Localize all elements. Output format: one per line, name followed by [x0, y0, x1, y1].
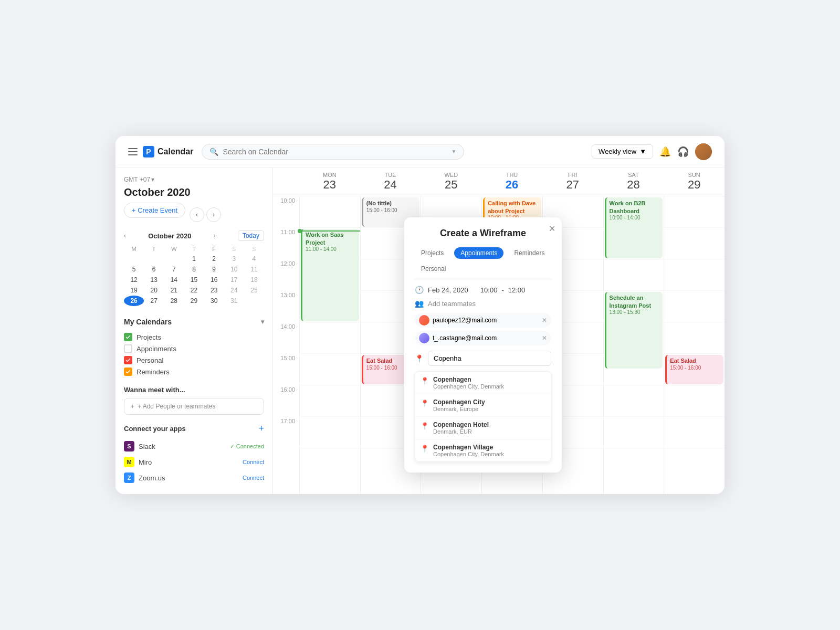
next-arrow[interactable]: ›: [206, 207, 221, 222]
mini-cal-day[interactable]: 29: [184, 296, 204, 306]
mini-cal-day[interactable]: 28: [164, 296, 184, 306]
teammate-email: paulopez12@mail.com: [433, 317, 497, 324]
day-name: WED: [421, 172, 481, 178]
mini-cal-day[interactable]: 30: [204, 296, 224, 306]
event-mon[interactable]: Work on Saas Project 11:00 - 14:00: [301, 229, 359, 321]
mini-cal-day[interactable]: 21: [164, 285, 184, 296]
day-name: THU: [481, 172, 542, 178]
today-button[interactable]: Today: [238, 230, 264, 241]
modal-close-button[interactable]: ✕: [549, 224, 555, 234]
modal-tab-projects[interactable]: Projects: [415, 247, 450, 259]
event-title: Calling with Dave about Project: [488, 200, 538, 215]
calendar-item-personal[interactable]: Personal: [124, 354, 264, 366]
hour-line: [300, 196, 360, 228]
location-details: Copenhagen Copenhagen City, Denmark: [433, 376, 504, 390]
mini-cal-header: ‹ October 2020 › Today: [124, 230, 264, 241]
mini-cal-day[interactable]: 31: [224, 296, 244, 306]
prev-arrow[interactable]: ‹: [190, 207, 204, 222]
mini-cal-day[interactable]: 7: [164, 264, 184, 275]
timezone-dropdown-icon[interactable]: ▾: [151, 176, 154, 183]
search-input[interactable]: [223, 148, 447, 156]
mini-cal-day[interactable]: 13: [144, 275, 164, 285]
modal-title: Create a Wireframe: [415, 228, 551, 239]
location-sub: Denmark, EUR: [433, 428, 489, 435]
location-sub: Copenhagen City, Denmark: [433, 383, 504, 390]
mini-cal-day[interactable]: 8: [184, 264, 204, 275]
mini-cal-day[interactable]: 22: [184, 285, 204, 296]
calendar-checkbox-personal[interactable]: [124, 356, 132, 364]
day-name: SUN: [664, 172, 724, 178]
calendar-item-projects[interactable]: Projects: [124, 331, 264, 343]
app-status-miro[interactable]: Connect: [243, 459, 264, 465]
event-time: 11:00 - 14:00: [306, 246, 356, 252]
modal-tab-reminders[interactable]: Reminders: [508, 247, 551, 259]
mini-cal-day[interactable]: 4: [244, 254, 264, 264]
hamburger-icon[interactable]: [128, 148, 138, 155]
teammate-remove-button[interactable]: ✕: [542, 334, 547, 342]
search-dropdown-icon[interactable]: ▼: [452, 149, 457, 154]
mini-cal-day[interactable]: 26: [124, 296, 144, 306]
mini-cal-day[interactable]: 18: [244, 275, 264, 285]
modal-time-end[interactable]: 12:00: [508, 286, 526, 294]
mini-cal-next[interactable]: ›: [214, 232, 216, 239]
modal-time-start[interactable]: 10:00: [480, 286, 498, 294]
add-teammates-label[interactable]: Add teammates: [428, 300, 476, 308]
teammate-remove-button[interactable]: ✕: [542, 317, 547, 324]
calendar-checkbox-appointments[interactable]: [124, 344, 132, 353]
mini-cal-day[interactable]: 10: [224, 264, 244, 275]
mini-cal-day[interactable]: 25: [244, 285, 264, 296]
event-sat[interactable]: Work on B2B Dashboard 10:00 - 14:00: [605, 197, 663, 258]
calendar-checkbox-projects[interactable]: [124, 333, 132, 341]
teammate-item: t_.castagne@mail.com ✕: [415, 331, 551, 345]
mini-cal-day[interactable]: 17: [224, 275, 244, 285]
create-event-button[interactable]: + Create Event: [124, 203, 185, 218]
hour-line: [664, 291, 724, 322]
mini-cal-day[interactable]: 20: [144, 285, 164, 296]
mini-cal-day[interactable]: 3: [224, 254, 244, 264]
calendar-item-appointments[interactable]: Appoinments: [124, 343, 264, 354]
mini-cal-day[interactable]: 9: [204, 264, 224, 275]
current-time-line: [300, 230, 360, 232]
location-suggestion[interactable]: 📍 Copenhagen Hotel Denmark, EUR: [415, 417, 551, 439]
mini-cal-day[interactable]: 5: [124, 264, 144, 275]
mini-cal-day[interactable]: 27: [144, 296, 164, 306]
app-status-zoom[interactable]: Connect: [243, 475, 264, 481]
bell-icon[interactable]: 🔔: [659, 146, 671, 158]
avatar[interactable]: [695, 143, 712, 160]
mini-cal-day[interactable]: 6: [144, 264, 164, 275]
mini-cal-day[interactable]: 15: [184, 275, 204, 285]
headphone-icon[interactable]: 🎧: [677, 146, 689, 158]
calendar-item-reminders[interactable]: Reminders: [124, 366, 264, 377]
mini-cal-day[interactable]: 11: [244, 264, 264, 275]
view-selector[interactable]: Weekly view ▼: [592, 144, 653, 159]
day-col-mon: Work on Saas Project 11:00 - 14:00: [299, 196, 360, 494]
teammate-avatar: [419, 333, 429, 343]
day-name: TUE: [360, 172, 421, 178]
connect-apps-add-icon[interactable]: +: [258, 423, 264, 434]
location-suggestion[interactable]: 📍 Copenhagen Copenhagen City, Denmark: [415, 372, 551, 394]
dow-sat: S: [224, 244, 244, 254]
location-input[interactable]: [428, 351, 551, 366]
search-bar[interactable]: 🔍 ▼: [202, 144, 464, 160]
app-container: P Calendar 🔍 ▼ Weekly view ▼ 🔔 🎧 GMT +: [116, 136, 724, 494]
location-suggestion[interactable]: 📍 Copenhagen Village Copenhagen City, De…: [415, 439, 551, 461]
mini-cal-day[interactable]: 12: [124, 275, 144, 285]
mini-cal-day[interactable]: 16: [204, 275, 224, 285]
modal-tab-appoinments[interactable]: Appoinments: [454, 247, 503, 259]
mini-cal-day[interactable]: 24: [224, 285, 244, 296]
event-sun[interactable]: Eat Salad 15:00 - 16:00: [665, 355, 723, 384]
mini-cal-day[interactable]: 2: [204, 254, 224, 264]
calendar-checkbox-reminders[interactable]: [124, 368, 132, 376]
mini-cal-prev[interactable]: ‹: [124, 232, 126, 239]
event-sat[interactable]: Schedule an Instagram Post 13:00 - 15:30: [605, 292, 663, 369]
mini-cal-day[interactable]: 14: [164, 275, 184, 285]
add-people-button[interactable]: + + Add People or teammates: [124, 398, 264, 415]
mini-cal-day[interactable]: 23: [204, 285, 224, 296]
my-calendars-expand-icon[interactable]: ▾: [261, 318, 264, 326]
mini-cal-day[interactable]: 1: [184, 254, 204, 264]
event-time: 15:00 - 16:00: [366, 207, 417, 213]
location-suggestion[interactable]: 📍 Copenhagen City Denmark, Europe: [415, 394, 551, 417]
modal-tab-personal[interactable]: Personal: [415, 263, 452, 275]
day-header-mon: MON 23: [299, 167, 360, 196]
mini-cal-day[interactable]: 19: [124, 285, 144, 296]
